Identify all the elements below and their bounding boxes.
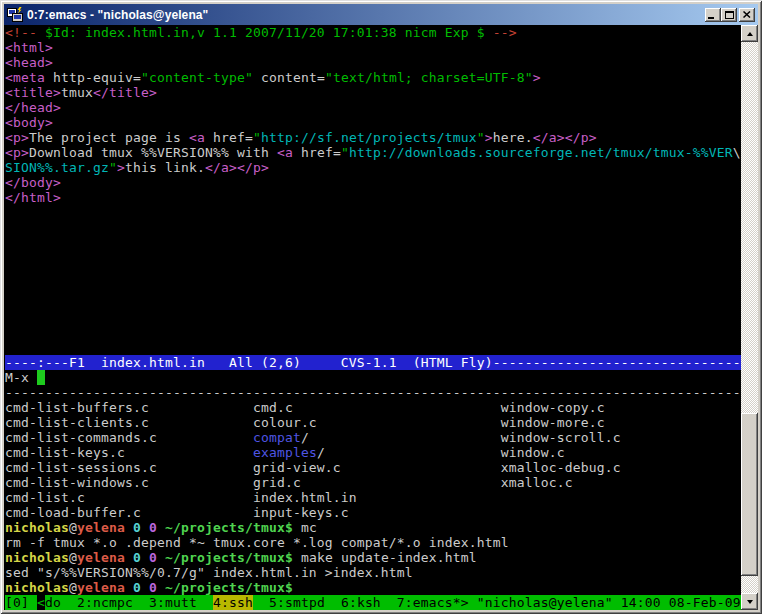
scrollbar-up-button[interactable] (741, 25, 758, 42)
scrollbar-down-button[interactable] (741, 593, 758, 610)
emacs-empty-line (5, 220, 741, 235)
shell-ls-line: cmd-load-buffer.c input-keys.c (5, 505, 741, 520)
client-area: <!-- $Id: index.html.in,v 1.1 2007/11/20… (4, 25, 758, 610)
minimize-button[interactable] (705, 8, 721, 22)
close-button[interactable] (739, 8, 755, 22)
shell-prompt-line: nicholas@yelena 0 0 ~/projects/tmux$ mak… (5, 550, 741, 565)
titlebar[interactable]: 0:7:emacs - "nicholas@yelena" (4, 4, 758, 25)
arrow-down-icon (747, 600, 753, 604)
terminal-screen[interactable]: <!-- $Id: index.html.in,v 1.1 2007/11/20… (4, 25, 741, 610)
terminal-window: 0:7:emacs - "nicholas@yelena" <!-- $Id: … (0, 0, 762, 614)
maximize-icon (725, 11, 734, 19)
emacs-code-line: </body> (5, 175, 741, 190)
shell-prompt-line: nicholas@yelena 0 0 ~/projects/tmux$ mc (5, 520, 741, 535)
emacs-code-line: SION%%.tar.gz">this link.</a></p> (5, 160, 741, 175)
emacs-modeline: ----:---F1 index.html.in All (2,6) CVS-1… (5, 355, 741, 370)
emacs-code-line: <head> (5, 55, 741, 70)
emacs-code-line: </html> (5, 190, 741, 205)
close-icon (743, 11, 751, 18)
terminal-rows: <!-- $Id: index.html.in,v 1.1 2007/11/20… (5, 25, 741, 610)
emacs-empty-line (5, 325, 741, 340)
emacs-code-line: <meta http-equiv="content-type" content=… (5, 70, 741, 85)
emacs-minibuffer: M-x (5, 370, 741, 385)
emacs-code-line: <title>tmux</title> (5, 85, 741, 100)
emacs-code-line: <html> (5, 40, 741, 55)
emacs-code-line: <p>Download tmux %%VERSION%% with <a hre… (5, 145, 741, 160)
emacs-empty-line (5, 265, 741, 280)
arrow-up-icon (747, 32, 753, 36)
emacs-comment-line: <!-- $Id: index.html.in,v 1.1 2007/11/20… (5, 25, 741, 40)
minimize-icon (708, 17, 714, 19)
titlebar-buttons (705, 8, 755, 22)
shell-ls-line: cmd-list-sessions.c grid-view.c xmalloc-… (5, 460, 741, 475)
emacs-empty-line (5, 280, 741, 295)
shell-output-line: sed "s/%%VERSION%%/0.7/g" index.html.in … (5, 565, 741, 580)
emacs-code-line: <p>The project page is <a href="http://s… (5, 130, 741, 145)
emacs-empty-line (5, 310, 741, 325)
shell-ls-line: cmd-list-clients.c colour.c window-more.… (5, 415, 741, 430)
maximize-button[interactable] (721, 8, 737, 22)
shell-ls-line: cmd-list-buffers.c cmd.c window-copy.c (5, 400, 741, 415)
emacs-empty-line (5, 205, 741, 220)
emacs-code-line: <body> (5, 115, 741, 130)
tmux-status-bar: [0] <do 2:ncmpc 3:mutt 4:ssh 5:smtpd 6:k… (5, 595, 741, 610)
shell-ls-line: cmd-list-keys.c examples/ window.c (5, 445, 741, 460)
emacs-empty-line (5, 340, 741, 355)
shell-output-line: rm -f tmux *.o .depend *~ tmux.core *.lo… (5, 535, 741, 550)
tmux-pane-separator: ----------------------------------------… (5, 385, 741, 400)
shell-ls-line: cmd-list-commands.c compat/ window-scrol… (5, 430, 741, 445)
emacs-empty-line (5, 250, 741, 265)
emacs-empty-line (5, 295, 741, 310)
putty-icon (7, 7, 23, 23)
window-title: 0:7:emacs - "nicholas@yelena" (27, 8, 705, 22)
scrollbar-thumb[interactable] (741, 413, 758, 576)
emacs-empty-line (5, 235, 741, 250)
shell-ls-line: cmd-list-windows.c grid.c xmalloc.c (5, 475, 741, 490)
emacs-code-line: </head> (5, 100, 741, 115)
putty-icon-front-monitor (12, 13, 23, 22)
shell-ls-line: cmd-list.c index.html.in (5, 490, 741, 505)
scrollbar[interactable] (741, 25, 758, 610)
shell-prompt-line: nicholas@yelena 0 0 ~/projects/tmux$ (5, 580, 741, 595)
